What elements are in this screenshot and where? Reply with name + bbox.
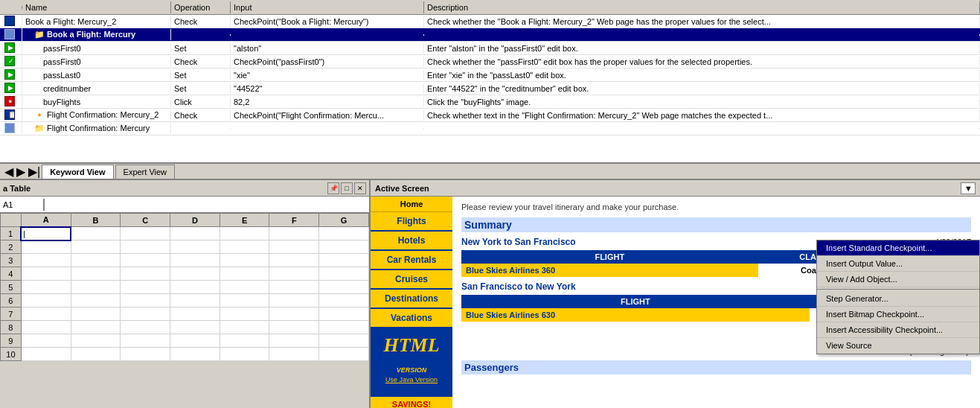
col-header-input: Input [231, 1, 424, 13]
col-B[interactable]: B [71, 214, 121, 227]
panel-float-btn[interactable]: □ [341, 182, 353, 194]
table-row[interactable]: ▶ passFirst0 Set "alston" Enter "alston"… [0, 42, 980, 55]
active-screen-dropdown[interactable]: ▼ [961, 182, 976, 194]
table-row[interactable]: ▶ creditnumber Set "44522" Enter "44522"… [0, 82, 980, 95]
row-operation: Set [171, 83, 231, 94]
spreadsheet: A B C D E F G 1 | [0, 213, 369, 361]
context-menu-item-accessibility[interactable]: Insert Accessibility Checkpoint... [817, 322, 979, 338]
panel-close-btn[interactable]: ✕ [354, 182, 366, 194]
test-table-header: Name Operation Input Description [0, 0, 980, 15]
cell-e1[interactable] [220, 227, 269, 240]
nav-end[interactable]: ▶| [27, 165, 42, 179]
context-menu-item-step-gen[interactable]: Step Generator... [817, 291, 979, 307]
table-row[interactable]: 📋 🔸 Flight Confirmation: Mercury_2 Check… [0, 109, 980, 122]
context-menu-item-bitmap[interactable]: Insert Bitmap Checkpoint... [817, 307, 979, 322]
active-screen-title: Active Screen [375, 184, 429, 193]
row-operation: Check [171, 57, 231, 67]
context-menu-item-view-add[interactable]: View / Add Object... [817, 272, 979, 287]
flight-col-header: FLIGHT [461, 250, 758, 264]
table-row: 7 [1, 307, 369, 321]
left-panel: a Table 📌 □ ✕ A1 A B C D E [0, 180, 371, 408]
nav-hotels[interactable]: Hotels [371, 232, 452, 251]
row-input: CheckPoint("Flight Confirmation: Mercu..… [231, 110, 424, 121]
flight-1-name: Blue Skies Airlines 360 [461, 264, 758, 277]
col-header-name: Name [22, 1, 171, 13]
row-name: 📁 Book a Flight: Mercury [22, 29, 171, 40]
row-description [424, 128, 980, 130]
table-row: 9 [1, 334, 369, 348]
row-description [424, 34, 980, 36]
html-logo-text: HTML VERSION [377, 334, 446, 376]
row-icon [0, 28, 22, 42]
nav-flights[interactable]: Flights [371, 212, 452, 232]
table-row: 10 [1, 348, 369, 361]
row-num: 10 [1, 348, 22, 361]
col-C[interactable]: C [121, 214, 170, 227]
context-menu-item-view-source[interactable]: View Source [817, 338, 979, 354]
java-link[interactable]: Use Java Version [377, 376, 446, 383]
col-E[interactable]: E [220, 214, 269, 227]
row-num: 8 [1, 321, 22, 334]
row-icon [0, 122, 22, 136]
row-icon: 📋 [0, 109, 22, 122]
table-row[interactable]: 📁 Book a Flight: Mercury [0, 28, 980, 42]
table-row: 6 [1, 294, 369, 307]
cell-a1[interactable]: | [21, 227, 71, 240]
nav-home[interactable]: Home [371, 197, 452, 212]
row-num: 6 [1, 294, 22, 307]
table-row: 1 | [1, 227, 369, 240]
col-A[interactable]: A [21, 214, 71, 227]
nav-vacations[interactable]: Vacations [371, 309, 452, 328]
cell-c1[interactable] [121, 227, 170, 240]
table-row[interactable]: 📁 Flight Confirmation: Mercury [0, 122, 980, 136]
cell-b1[interactable] [71, 227, 121, 240]
savings-banner: SAVINGS! Rent A Car [371, 397, 452, 408]
table-row: 2 [1, 240, 369, 254]
cell-d1[interactable] [170, 227, 220, 240]
row-operation: Click [171, 97, 231, 107]
table-row[interactable]: Book a Flight: Mercury_2 Check CheckPoin… [0, 15, 980, 28]
row-input [231, 34, 424, 36]
cell-ref-bar: A1 [0, 197, 369, 213]
table-row: 3 [1, 254, 369, 267]
nav-prev[interactable]: ◀ [3, 165, 15, 179]
cell-g1[interactable] [319, 227, 369, 240]
cell-ref: A1 [0, 199, 45, 211]
row-input: "xie" [231, 70, 424, 80]
nav-cruises[interactable]: Cruises [371, 270, 452, 290]
col-F[interactable]: F [269, 214, 319, 227]
col-header-description: Description [424, 1, 980, 13]
web-content: Home Flights Hotels Car Rentals Cruises … [371, 197, 980, 408]
nav-car-rentals[interactable]: Car Rentals [371, 251, 452, 270]
bottom-area: a Table 📌 □ ✕ A1 A B C D E [0, 180, 980, 408]
table-row[interactable]: ● buyFlights Click 82,2 Click the "buyFl… [0, 95, 980, 109]
table-row[interactable]: ▶ passLast0 Set "xie" Enter "xie" in the… [0, 68, 980, 82]
table-row: 4 [1, 267, 369, 281]
row-num: 4 [1, 267, 22, 281]
route-2-text: San Francisco to New York [461, 281, 576, 292]
row-description: Enter "44522" in the "creditnumber" edit… [424, 83, 980, 94]
tab-expert-view[interactable]: Expert View [115, 165, 176, 179]
row-num: 2 [1, 240, 22, 254]
row-input [231, 128, 424, 130]
cell-a2[interactable] [21, 240, 71, 254]
nav-next[interactable]: ▶ [15, 165, 27, 179]
tab-keyword-view[interactable]: Keyword View [42, 165, 113, 179]
col-D[interactable]: D [170, 214, 220, 227]
context-menu-item-checkpoint[interactable]: Insert Standard Checkpoint... [817, 240, 979, 256]
active-screen-bar: Active Screen ▼ [371, 180, 980, 197]
row-icon: ● [0, 95, 22, 109]
context-menu-item-output[interactable]: Insert Output Value... [817, 256, 979, 272]
row-name: buyFlights [22, 97, 171, 107]
row-name: Book a Flight: Mercury_2 [22, 16, 171, 27]
col-header-operation: Operation [171, 1, 231, 13]
cell-f1[interactable] [269, 227, 319, 240]
col-G[interactable]: G [319, 214, 369, 227]
row-name: passFirst0 [22, 57, 171, 67]
row-icon: ▶ [0, 42, 22, 55]
panel-pin-btn[interactable]: 📌 [327, 182, 339, 194]
nav-destinations[interactable]: Destinations [371, 290, 452, 309]
corner-header [1, 214, 22, 227]
row-description: Click the "buyFlights" image. [424, 97, 980, 107]
table-row[interactable]: ✓ passFirst0 Check CheckPoint("passFirst… [0, 55, 980, 68]
